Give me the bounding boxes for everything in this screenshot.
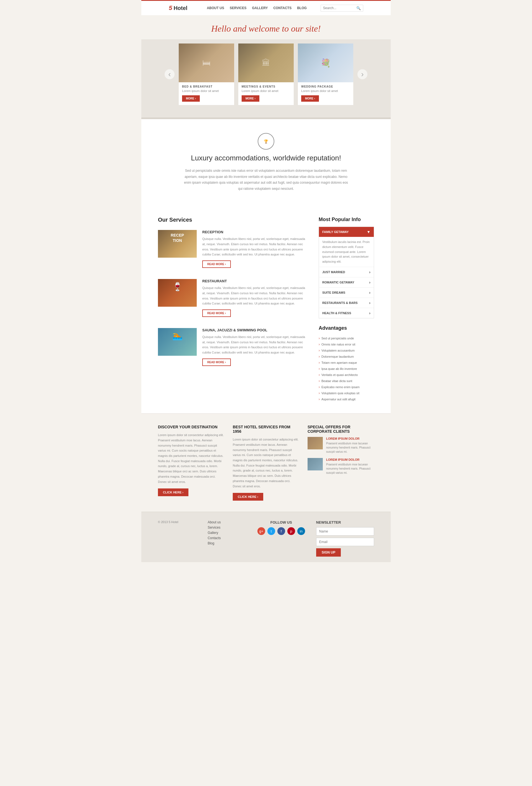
popular-item-header-1[interactable]: JUST MARRIED › bbox=[319, 267, 374, 277]
special-offers-col: SPECIAL OFFERS FOR CORPORATE CLIENTS LOR… bbox=[307, 425, 374, 501]
slide-image-bed: 🛏 bbox=[179, 44, 234, 82]
best-hotel-body: Lorem ipsum dolor sit consectetur adipis… bbox=[233, 437, 299, 489]
slide-category-1: MEETINGS & EVENTS bbox=[241, 85, 291, 88]
pool-title: SAUNA, JACUZZI & SWIMMING POOL bbox=[202, 328, 307, 332]
adv-item-10: ›Aspernatur aut odit afugit bbox=[319, 396, 374, 402]
slide-card-1: 🏛 MEETINGS & EVENTS Lorem ipsum dolor si… bbox=[238, 44, 294, 105]
popular-item-4: RESTAURANTS & BARS › bbox=[319, 298, 374, 308]
pool-body: Quisque nulla. Vestibulum libero nisl, p… bbox=[202, 334, 307, 355]
slide-desc-0: Lorem ipsum dolor sit amet bbox=[182, 89, 231, 93]
slide-category-0: BED & BREAKFAST bbox=[182, 85, 231, 88]
special-offers-heading: SPECIAL OFFERS FOR CORPORATE CLIENTS bbox=[307, 425, 374, 434]
advantages-list: ›Sed ut perspiciatis unde ›Omnis iste na… bbox=[319, 335, 374, 402]
sidebar: Most Popular Info FAMILY GETAWAY ▼ Vesti… bbox=[319, 217, 374, 402]
adv-item-3: ›Doloremque laudantium bbox=[319, 353, 374, 360]
trophy-icon: 🏆 bbox=[258, 133, 274, 149]
popular-arrow-4: › bbox=[369, 301, 370, 305]
slide-card-0: 🛏 BED & BREAKFAST Lorem ipsum dolor sit … bbox=[179, 44, 234, 105]
discover-click-btn[interactable]: CLICK HERE › bbox=[158, 488, 188, 496]
newsletter-email-input[interactable] bbox=[316, 538, 374, 546]
adv-arrow-0: › bbox=[319, 336, 320, 340]
pool-image: 🏊 bbox=[158, 328, 197, 356]
twitter-icon[interactable]: t bbox=[268, 527, 275, 535]
footer-link-blog[interactable]: Blog bbox=[208, 541, 246, 545]
special-item-1: LOREM IPSUM DOLOR Praesent vestibulum mo… bbox=[307, 458, 374, 475]
services-heading: Our Services bbox=[158, 217, 307, 223]
newsletter-name-input[interactable] bbox=[316, 527, 374, 535]
adv-item-2: ›Voluptatem accusantium bbox=[319, 347, 374, 353]
hero-slider: ‹ 🛏 BED & BREAKFAST Lorem ipsum dolor si… bbox=[141, 39, 391, 117]
nav-gallery[interactable]: GALLERY bbox=[252, 6, 268, 10]
main-content: Our Services RECEPTION RECEPTION Quisque… bbox=[141, 206, 391, 413]
footer-link-gallery[interactable]: Gallery bbox=[208, 531, 246, 535]
reception-image: RECEPTION bbox=[158, 230, 197, 258]
services-column: Our Services RECEPTION RECEPTION Quisque… bbox=[158, 217, 307, 402]
adv-arrow-4: › bbox=[319, 361, 320, 365]
slider-prev[interactable]: ‹ bbox=[165, 69, 175, 79]
service-reception: RECEPTION RECEPTION Quisque nulla. Vesti… bbox=[158, 230, 307, 268]
best-hotel-col: BEST HOTEL SERVICES FROM 1956 Lorem ipsu… bbox=[233, 425, 299, 501]
adv-arrow-10: › bbox=[319, 397, 320, 401]
signup-button[interactable]: SIGN UP bbox=[316, 548, 341, 557]
social-icons-container: g+ t f p in bbox=[257, 527, 305, 535]
search-box: 🔍 bbox=[321, 5, 363, 11]
popular-arrow-0: ▼ bbox=[367, 230, 370, 234]
special-text-0: LOREM IPSUM DOLOR Praesent vestibulum mo… bbox=[326, 437, 374, 454]
slide-btn-1[interactable]: MORE › bbox=[241, 95, 259, 102]
logo-text: Hotel bbox=[174, 5, 187, 11]
popular-item-content-0: Vestibulum iaculis lacinia est. Proin di… bbox=[319, 237, 374, 267]
nav-blog[interactable]: BLOG bbox=[297, 6, 307, 10]
discover-body: Lorem ipsum dolor sit consectetur adipis… bbox=[158, 433, 225, 484]
popular-arrow-2: › bbox=[369, 280, 370, 284]
best-hotel-click-btn[interactable]: CLICK HERE › bbox=[233, 493, 263, 501]
popular-item-1: JUST MARRIED › bbox=[319, 267, 374, 277]
popular-item-header-5[interactable]: HEALTH & FITNESS › bbox=[319, 308, 374, 318]
footer-link-services[interactable]: Services bbox=[208, 526, 246, 529]
slide-btn-2[interactable]: MORE › bbox=[301, 95, 319, 102]
nav-contacts[interactable]: CONTACTS bbox=[273, 6, 292, 10]
google-plus-icon[interactable]: g+ bbox=[257, 527, 265, 535]
facebook-icon[interactable]: f bbox=[277, 527, 285, 535]
adv-item-9: ›Voluptatem quia voluptas sit bbox=[319, 390, 374, 396]
reception-content: RECEPTION Quisque nulla. Vestibulum libe… bbox=[202, 230, 307, 268]
slide-desc-2: Lorem ipsum dolor sit amet bbox=[301, 89, 350, 93]
best-hotel-heading: BEST HOTEL SERVICES FROM 1956 bbox=[233, 425, 299, 434]
restaurant-read-more[interactable]: READ MORE › bbox=[202, 309, 231, 317]
pool-read-more[interactable]: READ MORE › bbox=[202, 359, 231, 366]
search-icon[interactable]: 🔍 bbox=[356, 6, 361, 10]
popular-list: FAMILY GETAWAY ▼ Vestibulum iaculis laci… bbox=[319, 227, 374, 318]
footer-link-contacts[interactable]: Contacts bbox=[208, 536, 246, 540]
pinterest-icon[interactable]: p bbox=[287, 527, 295, 535]
adv-arrow-9: › bbox=[319, 391, 320, 395]
nav-services[interactable]: SERVICES bbox=[230, 6, 246, 10]
popular-heading: Most Popular Info bbox=[319, 217, 374, 223]
luxury-section: 🏆 Luxury accommodations, worldwide reput… bbox=[141, 119, 391, 206]
reception-read-more[interactable]: READ MORE › bbox=[202, 260, 231, 268]
luxury-body: Sed ut perspiciatis unde omnis iste natu… bbox=[183, 168, 349, 192]
advantages-section: Advantages ›Sed ut perspiciatis unde ›Om… bbox=[319, 325, 374, 402]
popular-item-0: FAMILY GETAWAY ▼ Vestibulum iaculis laci… bbox=[319, 227, 374, 267]
linkedin-icon[interactable]: in bbox=[297, 527, 305, 535]
special-title-1: LOREM IPSUM DOLOR bbox=[326, 458, 374, 461]
special-img-0 bbox=[307, 437, 323, 449]
popular-item-header-0[interactable]: FAMILY GETAWAY ▼ bbox=[319, 227, 374, 237]
social-heading: FOLLOW US bbox=[257, 520, 305, 525]
popular-item-header-3[interactable]: SUITE DREAMS › bbox=[319, 287, 374, 298]
slider-items: 🛏 BED & BREAKFAST Lorem ipsum dolor sit … bbox=[179, 44, 353, 105]
popular-item-header-4[interactable]: RESTAURANTS & BARS › bbox=[319, 298, 374, 308]
pool-content: SAUNA, JACUZZI & SWIMMING POOL Quisque n… bbox=[202, 328, 307, 366]
nav-about[interactable]: ABOUT US bbox=[207, 6, 224, 10]
reception-title: RECEPTION bbox=[202, 230, 307, 234]
popular-item-2: ROMANTIC GETAWAY › bbox=[319, 277, 374, 287]
slide-btn-0[interactable]: MORE › bbox=[182, 95, 200, 102]
service-pool: 🏊 SAUNA, JACUZZI & SWIMMING POOL Quisque… bbox=[158, 328, 307, 366]
popular-item-header-2[interactable]: ROMANTIC GETAWAY › bbox=[319, 277, 374, 287]
slider-next[interactable]: › bbox=[357, 69, 367, 79]
adv-arrow-6: › bbox=[319, 373, 320, 377]
footer-link-about[interactable]: About us bbox=[208, 520, 246, 524]
welcome-heading: Hello and welcome to our site! bbox=[147, 24, 385, 34]
search-input[interactable] bbox=[323, 6, 356, 10]
discover-section: DISCOVER YOUR DESTINATION Lorem ipsum do… bbox=[141, 413, 391, 512]
restaurant-image: 🍷 bbox=[158, 279, 197, 307]
service-restaurant: 🍷 RESTAURANT Quisque nulla. Vestibulum l… bbox=[158, 279, 307, 317]
